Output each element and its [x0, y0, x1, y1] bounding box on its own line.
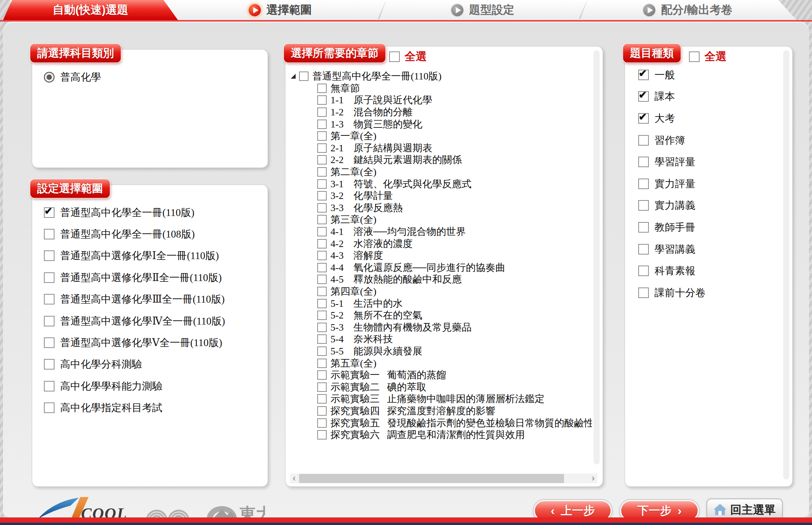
tree-item[interactable]: 第一章(全)	[291, 130, 592, 142]
checkbox[interactable]	[638, 200, 649, 211]
vertical-scrollbar[interactable]	[783, 50, 789, 480]
range-option[interactable]: 普通型高中選修化學Ⅳ全一冊(110版)	[44, 310, 225, 332]
checkbox[interactable]	[44, 316, 55, 326]
tree-item[interactable]: 4-2 水溶液的濃度	[291, 238, 592, 250]
tree-item[interactable]: 第四章(全)	[291, 286, 592, 298]
type-option[interactable]: 課本	[638, 86, 706, 108]
chapter-select-all[interactable]: 全選	[389, 49, 427, 64]
tree-item[interactable]: 無章節	[291, 82, 592, 95]
type-option[interactable]: 學習講義	[638, 238, 706, 260]
checkbox[interactable]	[317, 155, 327, 165]
tree-item[interactable]: 示範實驗一 葡萄酒的蒸餾	[291, 369, 592, 381]
tree-item[interactable]: 第五章(全)	[291, 357, 592, 369]
checkbox[interactable]	[317, 263, 327, 272]
type-option[interactable]: 教師手冊	[638, 216, 706, 238]
range-option[interactable]: 高中化學學科能力測驗	[44, 375, 225, 397]
checkbox[interactable]	[317, 311, 327, 320]
checkbox[interactable]	[638, 222, 649, 233]
checkbox[interactable]	[317, 120, 327, 129]
checkbox[interactable]	[44, 207, 55, 218]
tree-root[interactable]: 普通型高中化學全一冊(110版)	[291, 70, 592, 82]
tab-question-type[interactable]: 題型設定	[382, 0, 583, 20]
checkbox[interactable]	[317, 143, 327, 153]
subject-option[interactable]: 普高化學	[44, 70, 101, 84]
tree-item[interactable]: 探究實驗五 發現酸鹼指示劑的變色並檢驗日常物質的酸鹼性	[291, 417, 592, 429]
tree-item[interactable]: 3-2 化學計量	[291, 190, 592, 202]
range-option[interactable]: 普通型高中化學全一冊(110版)	[44, 202, 225, 223]
tab-export-exam[interactable]: 配分/輸出考卷	[583, 0, 792, 20]
checkbox[interactable]	[638, 157, 649, 167]
range-option[interactable]: 普通型高中選修化學Ⅲ全一冊(110版)	[44, 289, 225, 310]
checkbox[interactable]	[44, 250, 55, 261]
tree-item[interactable]: 示範實驗二 碘的萃取	[291, 381, 592, 393]
checkbox[interactable]	[44, 337, 55, 348]
type-option[interactable]: 實力講義	[638, 195, 706, 217]
type-option[interactable]: 習作簿	[638, 129, 706, 151]
tree-item[interactable]: 1-3 物質三態的變化	[291, 118, 592, 130]
tree-item[interactable]: 4-3 溶解度	[291, 250, 592, 262]
checkbox[interactable]	[44, 359, 55, 370]
tree-item[interactable]: 3-1 符號、化學式與化學反應式	[291, 178, 592, 190]
checkbox[interactable]	[389, 51, 400, 62]
tree-item[interactable]: 5-4 奈米科技	[291, 333, 592, 345]
range-option[interactable]: 高中化學分科測驗	[44, 354, 225, 375]
tree-item[interactable]: 1-2 混合物的分離	[291, 106, 592, 118]
range-option[interactable]: 普通型高中選修化學Ⅱ全一冊(110版)	[44, 267, 225, 288]
checkbox[interactable]	[317, 299, 327, 308]
tree-item[interactable]: 探究實驗六 調查肥皂和清潔劑的性質與效用	[291, 429, 592, 441]
checkbox[interactable]	[317, 215, 327, 224]
range-option[interactable]: 普通型高中化學全一冊(108版)	[44, 223, 225, 245]
checkbox[interactable]	[638, 70, 649, 80]
checkbox[interactable]	[317, 346, 327, 356]
type-option[interactable]: 實力評量	[638, 173, 706, 195]
tree-item[interactable]: 2-1 原子結構與週期表	[291, 142, 592, 154]
tree-item[interactable]: 5-5 能源與永續發展	[291, 345, 592, 357]
checkbox[interactable]	[317, 131, 327, 141]
checkbox[interactable]	[44, 294, 55, 304]
tree-item[interactable]: 3-3 化學反應熱	[291, 202, 592, 214]
scrollbar-thumb[interactable]	[299, 474, 564, 483]
tree-item[interactable]: 4-5 釋放熱能的酸鹼中和反應	[291, 273, 592, 286]
type-option[interactable]: 大考	[638, 107, 706, 129]
type-option[interactable]: 學習評量	[638, 151, 706, 173]
checkbox[interactable]	[317, 84, 327, 93]
checkbox[interactable]	[638, 179, 649, 189]
checkbox[interactable]	[638, 113, 649, 124]
checkbox[interactable]	[299, 71, 309, 81]
checkbox[interactable]	[317, 203, 327, 213]
range-option[interactable]: 普通型高中選修化學Ⅰ全一冊(110版)	[44, 245, 225, 267]
checkbox[interactable]	[317, 382, 327, 392]
checkbox[interactable]	[44, 381, 55, 391]
tree-item[interactable]: 1-1 原子說與近代化學	[291, 94, 592, 106]
vertical-scrollbar[interactable]	[594, 50, 600, 464]
radio-button[interactable]	[44, 72, 55, 82]
checkbox[interactable]	[689, 51, 700, 62]
checkbox[interactable]	[44, 402, 55, 413]
checkbox[interactable]	[317, 107, 327, 117]
tree-item[interactable]: 5-3 生物體內有機物及常見藥品	[291, 321, 592, 333]
checkbox[interactable]	[317, 334, 327, 344]
tree-item[interactable]: 第三章(全)	[291, 214, 592, 226]
checkbox[interactable]	[317, 359, 327, 368]
tree-item[interactable]: 5-2 無所不在的空氣	[291, 309, 592, 322]
tree-item[interactable]: 探究實驗四 探究溫度對溶解度的影響	[291, 405, 592, 417]
checkbox[interactable]	[317, 323, 327, 332]
checkbox[interactable]	[44, 229, 55, 239]
checkbox[interactable]	[317, 394, 327, 404]
scroll-right-icon[interactable]: ›	[589, 474, 597, 483]
checkbox[interactable]	[317, 95, 327, 105]
checkbox[interactable]	[317, 191, 327, 200]
checkbox[interactable]	[317, 179, 327, 189]
checkbox[interactable]	[638, 266, 649, 276]
checkbox[interactable]	[638, 287, 649, 298]
horizontal-scrollbar[interactable]: ‹ ›	[290, 474, 597, 483]
tree-item[interactable]: 5-1 生活中的水	[291, 297, 592, 309]
tab-select-range[interactable]: 選擇範圍	[178, 0, 382, 20]
checkbox[interactable]	[317, 227, 327, 236]
type-option[interactable]: 課前十分卷	[638, 282, 706, 304]
checkbox[interactable]	[317, 251, 327, 260]
tree-item[interactable]: 4-4 氧化還原反應──同步進行的協奏曲	[291, 262, 592, 274]
checkbox[interactable]	[317, 239, 327, 249]
checkbox[interactable]	[317, 430, 327, 440]
range-option[interactable]: 高中化學指定科目考試	[44, 397, 225, 419]
